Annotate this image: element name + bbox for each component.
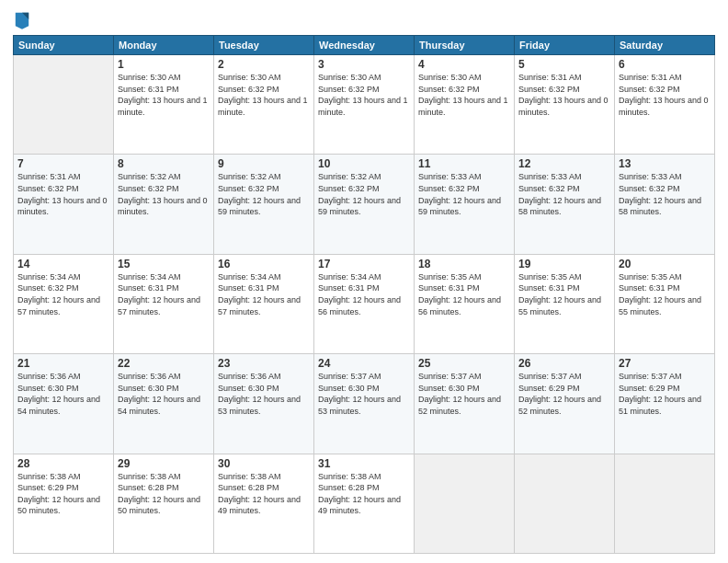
day-info: Sunrise: 5:31 AMSunset: 6:32 PMDaylight:… [619,72,711,118]
day-number: 23 [218,357,310,370]
day-number: 5 [518,58,610,71]
day-number: 3 [318,58,410,71]
calendar-day-cell: 13Sunrise: 5:33 AMSunset: 6:32 PMDayligh… [615,155,715,254]
day-info: Sunrise: 5:33 AMSunset: 6:32 PMDaylight:… [518,171,610,217]
day-number: 1 [118,58,210,71]
day-number: 16 [218,258,310,270]
day-info: Sunrise: 5:35 AMSunset: 6:31 PMDaylight:… [518,271,610,317]
day-info: Sunrise: 5:33 AMSunset: 6:32 PMDaylight:… [418,171,510,217]
day-number: 6 [619,58,711,71]
weekday-header: Friday [515,36,615,55]
day-info: Sunrise: 5:35 AMSunset: 6:31 PMDaylight:… [619,271,711,317]
calendar-day-cell: 24Sunrise: 5:37 AMSunset: 6:30 PMDayligh… [314,354,415,454]
day-number: 11 [418,157,510,170]
calendar-day-cell: 7Sunrise: 5:31 AMSunset: 6:32 PMDaylight… [14,155,114,254]
day-number: 27 [619,357,711,370]
day-number: 2 [218,58,310,71]
calendar-day-cell: 4Sunrise: 5:30 AMSunset: 6:32 PMDaylight… [415,55,515,155]
calendar-day-cell: 31Sunrise: 5:38 AMSunset: 6:28 PMDayligh… [314,454,415,553]
calendar-day-cell: 17Sunrise: 5:34 AMSunset: 6:31 PMDayligh… [314,254,415,353]
day-number: 20 [619,258,711,270]
calendar-day-cell: 29Sunrise: 5:38 AMSunset: 6:28 PMDayligh… [114,454,214,553]
day-number: 12 [518,157,610,170]
calendar-header-row: SundayMondayTuesdayWednesdayThursdayFrid… [14,36,715,55]
calendar-week-row: 28Sunrise: 5:38 AMSunset: 6:29 PMDayligh… [14,454,715,553]
calendar-day-cell: 6Sunrise: 5:31 AMSunset: 6:32 PMDaylight… [615,55,715,155]
day-info: Sunrise: 5:38 AMSunset: 6:28 PMDaylight:… [118,471,210,517]
calendar-day-cell: 16Sunrise: 5:34 AMSunset: 6:31 PMDayligh… [214,254,314,353]
day-info: Sunrise: 5:30 AMSunset: 6:31 PMDaylight:… [118,72,210,118]
day-number: 25 [418,357,510,370]
calendar-day-cell: 5Sunrise: 5:31 AMSunset: 6:32 PMDaylight… [515,55,615,155]
day-info: Sunrise: 5:33 AMSunset: 6:32 PMDaylight:… [619,171,711,217]
calendar-day-cell: 26Sunrise: 5:37 AMSunset: 6:29 PMDayligh… [515,354,615,454]
calendar-day-cell: 18Sunrise: 5:35 AMSunset: 6:31 PMDayligh… [415,254,515,353]
day-info: Sunrise: 5:38 AMSunset: 6:28 PMDaylight:… [318,471,410,517]
calendar-week-row: 1Sunrise: 5:30 AMSunset: 6:31 PMDaylight… [14,55,715,155]
calendar-day-cell: 28Sunrise: 5:38 AMSunset: 6:29 PMDayligh… [14,454,114,553]
day-info: Sunrise: 5:32 AMSunset: 6:32 PMDaylight:… [318,171,410,217]
weekday-header: Thursday [415,36,515,55]
weekday-header: Tuesday [214,36,314,55]
day-number: 14 [17,258,109,270]
day-info: Sunrise: 5:37 AMSunset: 6:29 PMDaylight:… [619,371,711,417]
calendar-day-cell [615,454,715,553]
weekday-header: Monday [114,36,214,55]
calendar-day-cell: 19Sunrise: 5:35 AMSunset: 6:31 PMDayligh… [515,254,615,353]
calendar-week-row: 14Sunrise: 5:34 AMSunset: 6:32 PMDayligh… [14,254,715,353]
calendar-day-cell: 23Sunrise: 5:36 AMSunset: 6:30 PMDayligh… [214,354,314,454]
calendar-day-cell: 27Sunrise: 5:37 AMSunset: 6:29 PMDayligh… [615,354,715,454]
calendar-day-cell: 3Sunrise: 5:30 AMSunset: 6:32 PMDaylight… [314,55,415,155]
calendar-day-cell: 22Sunrise: 5:36 AMSunset: 6:30 PMDayligh… [114,354,214,454]
calendar-day-cell: 21Sunrise: 5:36 AMSunset: 6:30 PMDayligh… [14,354,114,454]
day-info: Sunrise: 5:36 AMSunset: 6:30 PMDaylight:… [118,371,210,417]
day-number: 17 [318,258,410,270]
day-info: Sunrise: 5:32 AMSunset: 6:32 PMDaylight:… [118,171,210,217]
weekday-header: Sunday [14,36,114,55]
calendar-day-cell [14,55,114,155]
calendar-day-cell: 15Sunrise: 5:34 AMSunset: 6:31 PMDayligh… [114,254,214,353]
day-info: Sunrise: 5:37 AMSunset: 6:29 PMDaylight:… [518,371,610,417]
day-info: Sunrise: 5:34 AMSunset: 6:31 PMDaylight:… [218,271,310,317]
weekday-header: Saturday [615,36,715,55]
day-info: Sunrise: 5:37 AMSunset: 6:30 PMDaylight:… [318,371,410,417]
day-info: Sunrise: 5:32 AMSunset: 6:32 PMDaylight:… [218,171,310,217]
calendar-day-cell: 8Sunrise: 5:32 AMSunset: 6:32 PMDaylight… [114,155,214,254]
day-number: 4 [418,58,510,71]
day-info: Sunrise: 5:37 AMSunset: 6:30 PMDaylight:… [418,371,510,417]
logo [13,9,30,29]
day-info: Sunrise: 5:34 AMSunset: 6:31 PMDaylight:… [318,271,410,317]
calendar-day-cell: 11Sunrise: 5:33 AMSunset: 6:32 PMDayligh… [415,155,515,254]
day-number: 31 [318,457,410,470]
day-info: Sunrise: 5:34 AMSunset: 6:32 PMDaylight:… [17,271,109,317]
page: SundayMondayTuesdayWednesdayThursdayFrid… [0,0,728,563]
logo-icon [14,9,30,29]
day-number: 15 [118,258,210,270]
calendar-week-row: 7Sunrise: 5:31 AMSunset: 6:32 PMDaylight… [14,155,715,254]
weekday-header: Wednesday [314,36,415,55]
day-number: 13 [619,157,711,170]
calendar-day-cell: 20Sunrise: 5:35 AMSunset: 6:31 PMDayligh… [615,254,715,353]
day-number: 26 [518,357,610,370]
day-number: 28 [17,457,109,470]
day-info: Sunrise: 5:30 AMSunset: 6:32 PMDaylight:… [418,72,510,118]
calendar-day-cell: 30Sunrise: 5:38 AMSunset: 6:28 PMDayligh… [214,454,314,553]
day-number: 29 [118,457,210,470]
day-info: Sunrise: 5:34 AMSunset: 6:31 PMDaylight:… [118,271,210,317]
day-info: Sunrise: 5:36 AMSunset: 6:30 PMDaylight:… [218,371,310,417]
header [13,9,715,29]
calendar-day-cell: 2Sunrise: 5:30 AMSunset: 6:32 PMDaylight… [214,55,314,155]
day-number: 30 [218,457,310,470]
day-number: 18 [418,258,510,270]
calendar-day-cell: 10Sunrise: 5:32 AMSunset: 6:32 PMDayligh… [314,155,415,254]
calendar-day-cell [515,454,615,553]
calendar-day-cell [415,454,515,553]
day-info: Sunrise: 5:30 AMSunset: 6:32 PMDaylight:… [218,72,310,118]
day-info: Sunrise: 5:38 AMSunset: 6:29 PMDaylight:… [17,471,109,517]
day-info: Sunrise: 5:35 AMSunset: 6:31 PMDaylight:… [418,271,510,317]
day-number: 8 [118,157,210,170]
day-info: Sunrise: 5:36 AMSunset: 6:30 PMDaylight:… [17,371,109,417]
day-number: 22 [118,357,210,370]
day-info: Sunrise: 5:31 AMSunset: 6:32 PMDaylight:… [17,171,109,217]
day-number: 7 [17,157,109,170]
